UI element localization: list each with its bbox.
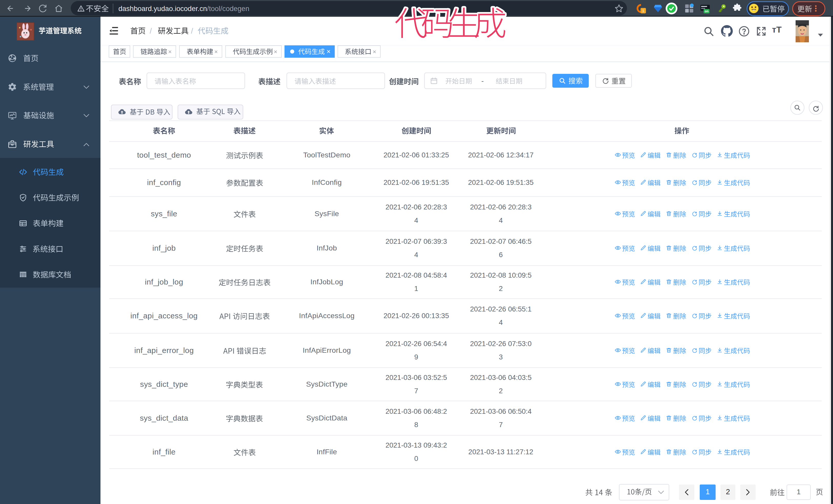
svg-text:1: 1 — [642, 8, 644, 13]
svg-text:on: on — [705, 9, 709, 13]
